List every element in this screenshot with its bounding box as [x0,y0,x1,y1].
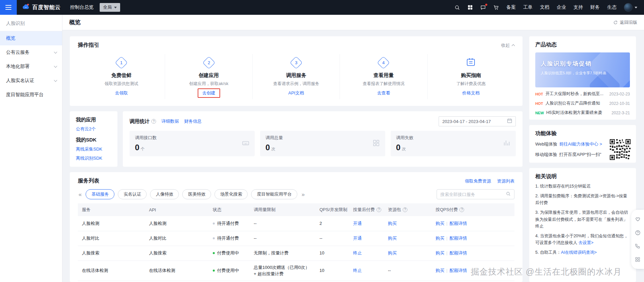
ai-experience-center-link[interactable]: 前往AI能力体验中心 > [559,142,602,147]
offline-recognition-sdk-link[interactable]: 离线识别SDK [76,155,111,161]
tabs-scroll-right-icon[interactable]: » [301,192,305,197]
service-search-input[interactable] [440,192,506,197]
news-item[interactable]: HOT 人脸识别公有云产品降价通知 2022-10-31 [535,100,630,106]
more-apps-grid-icon[interactable] [631,253,644,266]
sidebar-item-face-realname[interactable]: 人脸实名认证 [0,74,62,88]
help-icon[interactable]: ? [377,207,381,212]
hamburger-menu-icon[interactable] [0,0,17,15]
get-resources-link[interactable]: 去领取 [115,90,128,96]
service-list-title: 服务列表 [78,177,99,185]
product-news-card: 产品动态 人脸识别专场促销 人脸识别低至5.8折，企业专享7.5折特惠 HOT … [529,36,636,120]
tab-scenario-search[interactable]: 场景化搜索 [214,189,248,199]
service-tabs: « 基础服务 实名认证 人像特效 医美特效 场景化搜索 度目智能应用平台 » [78,189,514,199]
detail-data-link[interactable]: 详细数据 [161,118,179,124]
help-icon[interactable]: ? [459,207,464,212]
qps-buy-link[interactable]: 购买 [436,268,444,273]
user-menu[interactable] [624,3,637,12]
qps-buy-link[interactable]: 购买 [436,250,444,255]
terminate-link[interactable]: 终止 [353,268,362,273]
apps-grid-icon[interactable] [467,5,473,10]
cart-icon[interactable] [493,5,499,10]
cell-qps: 10 [315,260,349,281]
tab-portrait-effects[interactable]: 人像特效 [150,189,179,199]
bar-chart-icon [503,139,510,148]
public-cloud-apps-link[interactable]: 公有云2个 [76,126,111,132]
messages-icon[interactable] [480,5,486,10]
region-selector[interactable]: 全局 [100,3,120,12]
cell-qps: -- [315,281,349,282]
collapse-button[interactable]: 收起 [501,42,514,48]
brand-logo[interactable]: 百度智能云 [22,3,61,12]
favorite-heart-icon[interactable] [631,212,644,226]
stat-label: 调用接口数 [135,135,249,141]
offline-capture-sdk-link[interactable]: 离线采集SDK [76,146,111,152]
news-item[interactable]: NEW H5实时活体检测方案重磅来袭 2022-3-21 [535,110,630,116]
topbar-link-caiwu[interactable]: 财务 [590,4,600,10]
search-icon[interactable] [454,5,460,10]
quota-detail-link[interactable]: 配额详情 [449,221,467,226]
package-buy-link[interactable]: 购买 [388,236,397,241]
step-desc: 了解计费及优惠 [431,81,511,87]
activate-link[interactable]: 开通 [353,236,362,241]
grid-icon [373,139,380,148]
cell-api: 人脸检测 [145,216,209,231]
tab-basic-services[interactable]: 基础服务 [86,189,114,199]
finance-info-link[interactable]: 财务信息 [184,118,202,124]
quota-detail-link[interactable]: 配额详情 [449,236,467,241]
status-dot [213,223,215,225]
view-usage-link[interactable]: 去查看 [377,90,390,96]
help-icon[interactable]: ? [151,119,156,124]
status-dot [213,270,215,272]
sidebar-item-dumu-platform[interactable]: 度目智能应用平台 [0,88,62,102]
main-area: 概览 返回旧版 操作指引 收起 [62,15,644,282]
topbar-link-zhichi[interactable]: 支持 [574,4,583,10]
col-qps-limit: QPS/并发限制 [315,203,349,216]
create-app-link[interactable]: 去创建 [198,88,220,98]
resource-list-link[interactable]: 资源列表 [497,178,514,184]
qps-buy-link[interactable]: 购买 [436,236,444,241]
quota-detail-link[interactable]: 配额详情 [449,250,467,255]
news-item[interactable]: HOT 开工大促限时秒杀，新购低至... 2023-02-23 [535,91,630,97]
tab-dumu-platform[interactable]: 度目智能应用平台 [251,189,297,199]
free-resources-link[interactable]: 领取免费资源 [465,178,491,184]
guide-step-call-service: 3 调用服务 查看请求示例，调用服务 API文档 [253,54,340,99]
page-content: 操作指引 收起 1 免费尝鲜 领取资源供您测试 去领取 [62,30,644,282]
note-item: 2. 调用量扣费顺序：免费测试资源->资源包->按量后付费 [535,193,630,206]
sidebar-item-overview[interactable]: 概览 [0,31,62,45]
console-overview-link[interactable]: 控制台总览 [70,4,94,10]
quota-detail-link[interactable]: 配额详情 [449,268,467,273]
news-date: 2022-3-21 [611,111,630,115]
step-title: 创建应用 [168,72,249,79]
phone-support-icon[interactable] [631,239,644,253]
step-number-badge: 2 [202,56,215,69]
help-icon[interactable]: ? [403,207,407,212]
api-doc-link[interactable]: API文档 [288,90,304,96]
step-title: 购买指南 [431,72,511,79]
topbar-link-gongdan[interactable]: 工单 [523,4,533,10]
tab-realname-auth[interactable]: 实名认证 [118,189,147,199]
sidebar-item-local-deploy[interactable]: 本地化部署 [0,59,62,74]
terminate-link[interactable]: 终止 [353,250,362,255]
topbar-link-shengtai[interactable]: 生态 [607,4,616,10]
col-api: API [145,203,209,216]
promo-banner[interactable]: 人脸识别专场促销 人脸识别低至5.8折，企业专享7.5折特惠 [535,52,630,87]
topbar-actions: 备案 工单 文档 企业 支持 财务 生态 [454,3,644,12]
error-code-query-link[interactable]: AI在线错误码查询> [561,250,597,255]
package-buy-link[interactable]: 购买 [388,221,397,226]
topbar-link-wendang[interactable]: 文档 [540,4,549,10]
tab-medical-beauty[interactable]: 医美特效 [182,189,211,199]
date-range-picker[interactable]: 2023-04-17 - 2023-04-17 [439,116,516,126]
package-buy-link[interactable]: 购买 [388,250,397,255]
back-to-old-version-link[interactable]: 返回旧版 [613,19,637,26]
topbar-link-qiye[interactable]: 企业 [557,4,566,10]
qps-buy-link[interactable]: 购买 [436,221,444,226]
tabs-scroll-left-icon[interactable]: « [78,192,82,197]
activate-link[interactable]: 开通 [353,221,362,226]
topbar-link-beian[interactable]: 备案 [506,4,516,10]
go-settings-link[interactable]: 去设置> [578,240,593,245]
sidebar-item-public-cloud[interactable]: 公有云服务 [0,45,62,59]
search-icon[interactable] [506,191,511,197]
price-doc-link[interactable]: 价格文档 [462,90,480,96]
my-apps-card: 我的应用 公有云2个 我的SDK 离线采集SDK 离线识别SDK [70,111,117,167]
help-question-icon[interactable] [631,226,644,239]
